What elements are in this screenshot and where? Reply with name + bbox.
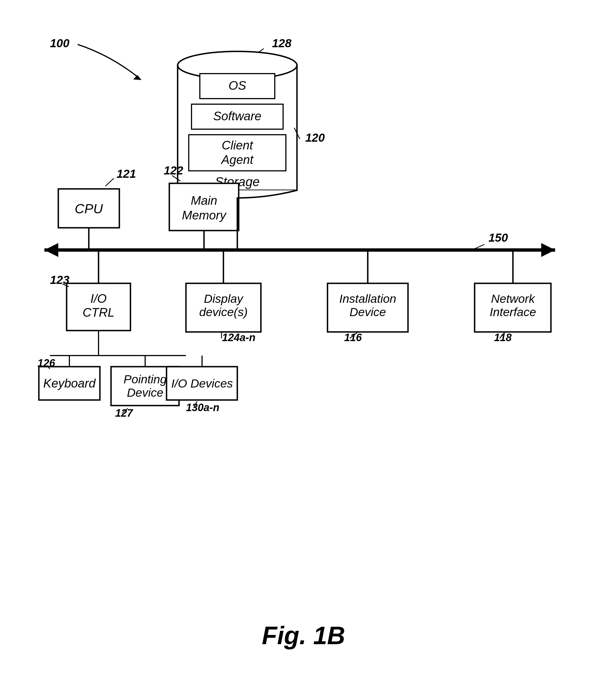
ref-122: 122 <box>164 164 183 177</box>
ref-128: 128 <box>272 37 292 50</box>
pointing-line2: Device <box>127 386 163 399</box>
pointing-line1: Pointing <box>124 373 167 386</box>
ref-120: 120 <box>305 131 325 144</box>
io-ctrl-line2: CTRL <box>83 305 114 319</box>
io-devices-label: I/O Devices <box>171 377 233 390</box>
main-memory-line2: Memory <box>182 208 227 222</box>
diagram-container: 100 128 120 Storage OS Software Client A… <box>22 22 577 550</box>
svg-marker-9 <box>44 243 58 257</box>
svg-marker-10 <box>541 243 555 257</box>
client-agent-line2: Agent <box>221 153 254 166</box>
network-line1: Network <box>491 292 536 305</box>
display-line1: Display <box>204 292 244 305</box>
ref-124an: 124a-n <box>222 332 255 343</box>
svg-marker-2 <box>133 75 142 80</box>
ref-123: 123 <box>50 273 69 286</box>
ref-118: 118 <box>494 332 512 343</box>
ref-121: 121 <box>117 167 136 180</box>
figure-label: Fig. 1B <box>262 621 345 650</box>
ref-150: 150 <box>488 231 508 244</box>
ref-116: 116 <box>344 332 362 343</box>
io-ctrl-line1: I/O <box>90 292 107 305</box>
cpu-label: CPU <box>75 201 103 216</box>
installation-line1: Installation <box>339 292 396 305</box>
keyboard-label: Keyboard <box>43 376 96 390</box>
ref-100: 100 <box>50 37 69 50</box>
os-label: OS <box>228 79 246 92</box>
installation-line2: Device <box>350 305 386 319</box>
main-memory-line1: Main <box>191 194 217 207</box>
network-line2: Interface <box>489 305 536 319</box>
client-agent-line1: Client <box>222 138 253 152</box>
ref-130an: 130a-n <box>186 402 219 413</box>
ref-126: 126 <box>38 357 55 369</box>
software-label: Software <box>213 109 261 123</box>
ref-127: 127 <box>115 407 133 419</box>
display-line2: device(s) <box>199 305 248 319</box>
